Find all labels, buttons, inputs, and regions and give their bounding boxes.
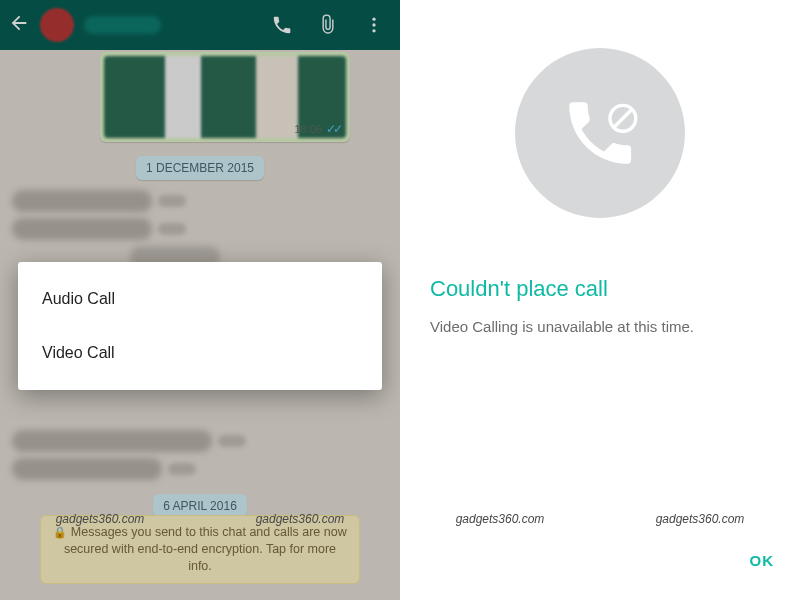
attach-icon[interactable] — [310, 14, 346, 36]
video-call-option[interactable]: Video Call — [18, 326, 382, 380]
error-title: Couldn't place call — [430, 276, 770, 302]
back-arrow-icon[interactable] — [8, 12, 30, 38]
error-dialog-screen: Couldn't place call Video Calling is una… — [400, 0, 800, 600]
error-body: Video Calling is unavailable at this tim… — [430, 318, 770, 335]
sent-image-message[interactable]: 18:06 ✓✓ — [100, 52, 350, 142]
lock-icon: 🔒 — [53, 526, 67, 538]
chat-header — [0, 0, 400, 50]
svg-point-1 — [372, 23, 375, 26]
svg-point-0 — [372, 18, 375, 21]
received-message[interactable] — [12, 218, 390, 240]
audio-call-option[interactable]: Audio Call — [18, 272, 382, 326]
message-timestamp: 18:06 ✓✓ — [294, 122, 340, 136]
received-message[interactable] — [12, 430, 390, 452]
contact-avatar[interactable] — [40, 8, 74, 42]
svg-line-4 — [614, 110, 631, 127]
call-unavailable-icon — [515, 48, 685, 218]
encryption-text: Messages you send to this chat and calls… — [64, 525, 347, 573]
call-type-dialog: Audio Call Video Call — [18, 262, 382, 390]
svg-point-2 — [372, 29, 375, 32]
read-ticks-icon: ✓✓ — [326, 122, 340, 136]
received-message[interactable] — [12, 190, 390, 212]
time-text: 18:06 — [294, 123, 322, 135]
ok-button[interactable]: OK — [750, 552, 775, 569]
screenshot-pair: 18:06 ✓✓ 1 DECEMBER 2015 6 APRIL 20 — [0, 0, 800, 600]
overflow-menu-icon[interactable] — [356, 15, 392, 35]
received-message[interactable] — [12, 458, 390, 480]
encryption-banner[interactable]: 🔒 Messages you send to this chat and cal… — [40, 515, 360, 584]
contact-name[interactable] — [84, 16, 161, 34]
phone-icon[interactable] — [264, 14, 300, 36]
whatsapp-chat-screen: 18:06 ✓✓ 1 DECEMBER 2015 6 APRIL 20 — [0, 0, 400, 600]
date-separator: 1 DECEMBER 2015 — [136, 156, 264, 180]
